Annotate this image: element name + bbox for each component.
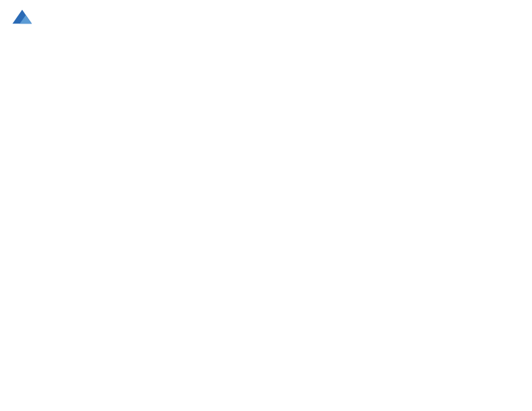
logo xyxy=(10,7,37,31)
page-header xyxy=(10,7,522,31)
logo-icon xyxy=(10,7,34,31)
